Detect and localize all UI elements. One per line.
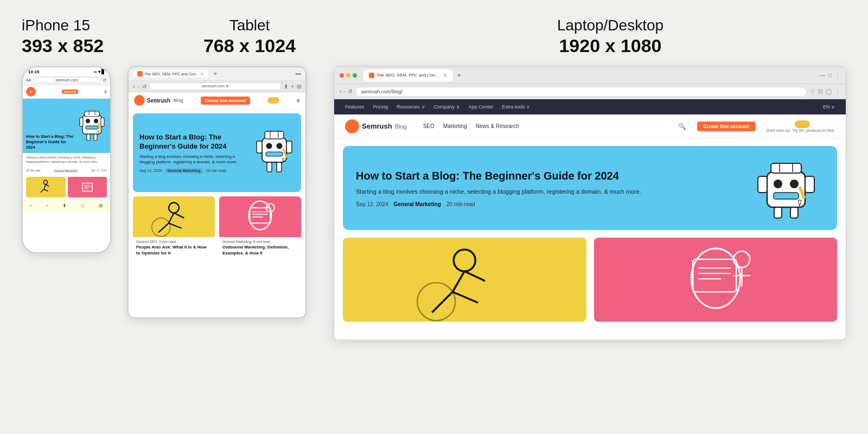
desktop-browser-tab[interactable]: The SEO, SEM, PPC and Con... ✕ (363, 69, 453, 81)
desktop-toggle[interactable] (795, 120, 810, 128)
iphone-date: Sep 12, 2024 (91, 169, 107, 173)
tablet-back-btn[interactable]: ‹ (133, 83, 135, 90)
desktop-minimize-icon[interactable]: — (820, 72, 825, 78)
tablet-new-tab-btn[interactable]: + (211, 70, 219, 78)
desktop-label-size: 1920 x 1080 (374, 35, 846, 57)
desktop-nav-pricing[interactable]: Pricing (373, 104, 388, 110)
tablet-hamburger-icon[interactable]: ≡ (297, 97, 300, 104)
desktop-url-bar[interactable]: semrush.com/blog/ (355, 87, 807, 97)
iphone-share-icon[interactable]: ⬆ (62, 203, 67, 208)
desktop-label-name: Laptop/Desktop (374, 16, 846, 35)
desktop-hero-desc: Starting a blog involves choosing a nich… (356, 187, 743, 196)
tablet-ellipsis[interactable]: ••• (295, 71, 301, 77)
tablet-forward-btn[interactable]: › (138, 83, 140, 90)
tablet-toggle[interactable] (267, 97, 279, 104)
desktop-more-options-icon[interactable]: ⋮ (835, 88, 840, 94)
desktop-save-icon[interactable]: ⊡ (818, 88, 822, 94)
browser-dot-red[interactable] (340, 73, 344, 78)
svg-rect-55 (790, 207, 798, 218)
iphone-url[interactable]: semrush.com (33, 77, 100, 83)
browser-dot-green[interactable] (353, 73, 357, 78)
iphone-tabs-icon[interactable]: ⊞ (99, 203, 103, 208)
desktop-refresh-btn[interactable]: ↺ (348, 88, 352, 94)
desktop-tab-bar: The SEO, SEM, PPC and Con... ✕ + (360, 69, 816, 81)
svg-rect-28 (267, 162, 272, 172)
desktop-fullscreen-icon[interactable]: □ (828, 72, 832, 78)
iphone-get-trial-btn[interactable]: Get trial (62, 90, 79, 94)
svg-line-64 (452, 292, 478, 303)
desktop-create-btn[interactable]: Create free account (697, 122, 756, 131)
tablet-date: Sep 12, 2024 (139, 169, 162, 173)
svg-rect-68 (693, 259, 736, 292)
iphone-forward-btn[interactable]: › (46, 203, 48, 208)
desktop-profile-icon[interactable]: ◯ (826, 88, 832, 94)
iphone-back-btn[interactable]: ‹ (30, 203, 31, 208)
desktop-toggle-wrap: Don't miss out. Try 55+ products for fre… (767, 120, 835, 132)
iphone-bottom-bar: ‹ › ⬆ □ ⊞ (23, 200, 110, 212)
tablet-browser-tab[interactable]: The SEO, SEM, PPC and Con... ✕ (133, 70, 208, 78)
tablet-site-nav: Semrush Blog Create free account ≡ (129, 92, 305, 109)
tablet-hero-text: How to Start a Blog: The Beginner's Guid… (139, 133, 254, 173)
tablet-logo: Semrush Blog (134, 95, 183, 106)
svg-line-17 (46, 184, 49, 187)
svg-line-63 (432, 292, 452, 312)
svg-rect-29 (277, 162, 282, 172)
desktop-robot-illustration (754, 156, 824, 221)
iphone-hamburger-icon[interactable]: ≡ (104, 89, 107, 94)
tablet-content: How to Start a Blog: The Beginner's Guid… (129, 109, 305, 317)
svg-line-65 (464, 271, 485, 281)
desktop-card-pink[interactable] (594, 238, 838, 322)
desktop-nav-company[interactable]: Company ∨ (434, 104, 460, 110)
iphone-hero: How to Start a Blog: The Beginner's Guid… (23, 99, 110, 153)
desktop-browser-controls: — □ ⋮ (820, 72, 840, 78)
tablet-card-2-title: Outbound Marketing: Definition, Examples… (222, 245, 298, 256)
tablet-create-btn[interactable]: Create free account (201, 97, 250, 105)
desktop-new-tab-btn[interactable]: + (455, 72, 463, 79)
svg-line-62 (452, 271, 464, 292)
desktop-nav-resources[interactable]: Resources ∨ (397, 104, 425, 110)
iphone-refresh[interactable]: ↺ (103, 78, 107, 83)
tablet-grid-icon[interactable]: ⊞ (297, 84, 301, 90)
tablet-share-icon[interactable]: ⬆ (284, 84, 288, 90)
desktop-nav-features[interactable]: Features (345, 104, 365, 110)
iphone-label-name: iPhone 15 (22, 16, 146, 35)
iphone-bookmark-icon[interactable]: □ (81, 203, 84, 208)
desktop-forward-btn[interactable]: › (343, 88, 345, 94)
desktop-nav-btns: ‹ › ↺ (340, 88, 352, 94)
desktop-tab-close[interactable]: ✕ (443, 73, 448, 78)
iphone-runner-icon (37, 179, 54, 195)
tablet-refresh-btn[interactable]: ↺ (142, 84, 146, 90)
desktop-back-btn[interactable]: ‹ (340, 88, 341, 94)
iphone-browser-bar: AA semrush.com ↺ (23, 75, 110, 85)
tablet-card-2[interactable]: General Marketing 6 min read Outbound Ma… (219, 196, 301, 263)
tablet-add-icon[interactable]: + (291, 84, 294, 90)
svg-rect-53 (805, 176, 814, 193)
tablet-url[interactable]: semrush.com ⊕ (149, 82, 281, 90)
desktop-nav-seo[interactable]: SEO (423, 123, 435, 129)
svg-rect-26 (257, 141, 262, 153)
tablet-logo-text: Semrush (147, 98, 170, 104)
mockups-row: 10:19 ▪▪ ▾ ▊ AA semrush.com ↺ S Get tria… (22, 66, 846, 340)
desktop-nav-app[interactable]: App Center (469, 104, 494, 110)
desktop-nav-marketing[interactable]: Marketing (443, 123, 467, 129)
desktop-nav-en[interactable]: EN ∨ (823, 104, 835, 110)
desktop-star-icon[interactable]: ☆ (810, 88, 815, 94)
tablet-hero-meta: Sep 12, 2024 General Marketing 20 min re… (139, 168, 248, 173)
svg-rect-52 (758, 176, 767, 193)
desktop-search-icon[interactable]: 🔍 (678, 123, 686, 130)
iphone-label: iPhone 15 393 x 852 (22, 16, 146, 56)
iphone-time: 10:19 (28, 69, 39, 74)
desktop-nav-extra[interactable]: Extra tools ∨ (502, 104, 530, 110)
svg-point-66 (417, 283, 455, 321)
tablet-tab-close[interactable]: ✕ (200, 72, 204, 76)
desktop-hero-meta: Sep 12, 2024 General Marketing 20 min re… (356, 201, 743, 207)
desktop-more-icon[interactable]: ⋮ (835, 72, 840, 78)
tablet-blog-text: Blog (174, 98, 183, 103)
tablet-card-1[interactable]: General SEO 5 min read People Also Ask: … (133, 196, 215, 263)
svg-rect-7 (94, 134, 97, 141)
desktop-nav-news[interactable]: News & Research (476, 123, 519, 129)
desktop-card-yellow[interactable] (343, 238, 586, 322)
browser-dot-yellow[interactable] (346, 73, 350, 78)
tablet-frame: The SEO, SEM, PPC and Con... ✕ + ••• ‹ ›… (127, 66, 307, 318)
tablet-card-1-tag: General SEO 5 min read (136, 240, 212, 244)
